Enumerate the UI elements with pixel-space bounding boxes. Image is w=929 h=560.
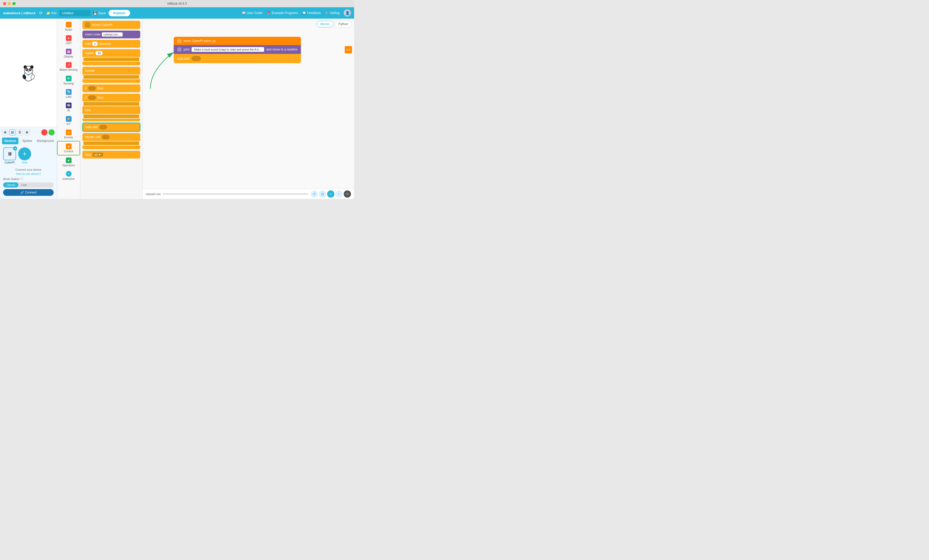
devices-list: 🖥 ✕ CyberPi + Add [2,146,55,165]
panel-tabs: Devices Sprites Background [2,138,55,144]
cat-control[interactable]: ● Control [57,141,80,155]
tab-devices[interactable]: Devices [2,138,18,144]
cat-audio[interactable]: ♪ Audio [57,20,80,33]
led-icon: ● [66,35,72,41]
cat-iot[interactable]: ⚡ IoT [57,114,80,127]
mode-switch-info-icon[interactable]: ⓘ [20,177,23,181]
cat-lan[interactable]: 📡 LAN [57,87,80,101]
events-icon: ⚡ [66,130,72,135]
tab-background[interactable]: Background [36,138,55,144]
panel-actions [41,129,55,135]
setting-link[interactable]: ⚙️ Setting [325,11,340,15]
live-mode-btn[interactable]: Live [18,182,30,188]
navbar-right: 📖 User Guide 📚 Example Programs 💬 Feedba… [242,9,351,17]
zoom-equals-btn[interactable]: = [344,190,351,197]
view-buttons: ⊞ ⊟ ☰ ⊞ [2,129,30,135]
block-repeat-until[interactable]: repeat until ↩ [83,133,140,149]
cat-display[interactable]: ▦ Display [57,47,80,60]
code-area: Blocks Python </> when CyberPi starts up… [143,18,354,199]
cat-operators[interactable]: ● Operators [57,155,80,169]
cyberpi-device: 🖥 ✕ CyberPi [3,147,16,164]
maximize-button[interactable] [12,2,15,5]
stop-button[interactable] [41,129,48,135]
cat-events[interactable]: ⚡ Events [57,127,80,141]
zoom-reset-btn[interactable]: ↺ [311,190,318,197]
refresh-icon[interactable]: ⟳ [38,10,44,16]
zoom-out-btn[interactable]: − [336,190,343,197]
connect-device-btn[interactable]: 🔗 Connect [3,189,54,196]
cat-ai[interactable]: 🧠 AI [57,101,80,114]
wait-until-condition [192,56,201,61]
block-palette: restart CyberPi insert code cyberpi.cons… [80,18,143,199]
code-tabs: Blocks Python [316,21,352,28]
how-to-link[interactable]: How to use device? [3,172,54,175]
block-wait-until[interactable]: wait until [83,123,140,132]
panda-sprite [18,63,39,83]
canvas-wait-until-block[interactable]: wait until [174,54,301,63]
example-programs-link[interactable]: 📚 Example Programs [267,11,298,15]
blocks-tab[interactable]: Blocks [316,21,333,28]
upload-mode-btn[interactable]: Upload [3,182,18,188]
connect-section: Connect your device How to use device? M… [2,167,55,197]
tab-sprites[interactable]: Sprites [19,138,35,144]
cat-motion[interactable]: ↗ Motion Sensing [57,60,80,73]
print-notch-icon [177,47,181,52]
device-close-btn[interactable]: ✕ [13,146,17,150]
ai-icon: 🧠 [66,103,72,108]
zoom-fit-btn[interactable]: ⊟ [319,190,326,197]
block-insert-code[interactable]: insert code cyberpi.console.print("hello… [83,31,140,38]
block-repeat[interactable]: repeat 10 ↩ [83,49,140,65]
connect-info-text: Connect your device [3,168,54,171]
block-if-else[interactable]: if then else [83,94,140,121]
arrow-path [150,52,174,89]
grid-view-btn[interactable]: ⊟ [9,129,15,135]
block-categories: ♪ Audio ● LED ▦ Display ↗ Motion Sensing… [57,18,80,199]
canvas-block-group-1: when CyberPi starts up print Make a loud… [174,37,301,63]
motion-icon: ↗ [66,62,72,68]
zoom-in-btn[interactable]: + [327,190,334,197]
restart-notch [85,22,90,28]
event-label: when CyberPi starts up [184,39,216,43]
add-device-item: + Add [18,147,31,164]
file-menu[interactable]: 📁 File [46,11,57,15]
cat-sensing[interactable]: 👁 Sensing [57,73,80,87]
block-forever[interactable]: forever ↩ [83,67,140,83]
add-device-btn[interactable]: + [18,147,31,160]
svg-point-3 [30,65,34,69]
event-icon [177,39,181,43]
save-button[interactable]: 💾 Save [93,11,106,15]
canvas-event-block[interactable]: when CyberPi starts up [174,37,301,45]
insert-code-label: insert code [85,33,100,36]
expand-view-btn[interactable]: ⊞ [2,129,8,135]
close-button[interactable] [3,2,6,5]
user-guide-link[interactable]: 📖 User Guide [242,11,262,15]
minimize-button[interactable] [8,2,11,5]
block-restart[interactable]: restart CyberPi [83,21,140,29]
publish-button[interactable]: Publish [109,10,130,16]
sensing-icon: 👁 [66,76,72,81]
python-tab[interactable]: Python [335,21,352,28]
wait-value: 1 [92,42,98,46]
tile-view-btn[interactable]: ⊞ [24,129,30,135]
stop-dropdown[interactable]: all ▼ [92,153,103,157]
device-icon: 🖥 [7,151,12,157]
blocks-canvas: when CyberPi starts up print Make a loud… [143,29,354,188]
svg-point-8 [27,69,27,70]
list-view-btn[interactable]: ☰ [17,129,23,135]
lan-icon: 📡 [66,89,72,95]
svg-point-10 [28,71,29,72]
cat-extension[interactable]: + extension [57,169,80,182]
block-stop[interactable]: stop all ▼ [83,151,140,159]
add-label: Add [22,161,27,164]
block-if-then[interactable]: if then [83,84,140,92]
iot-icon: ⚡ [66,116,72,122]
avatar[interactable]: 👤 [344,9,351,17]
project-name-input[interactable] [59,10,90,16]
cat-led[interactable]: ● LED [57,33,80,47]
canvas-print-block[interactable]: print Make a loud sound (clap) to start … [174,45,301,54]
run-button[interactable] [49,129,55,135]
block-wait[interactable]: wait 1 seconds [83,40,140,47]
canvas-scrollbar[interactable] [163,193,308,195]
operators-icon: ● [66,158,72,163]
feedback-link[interactable]: 💬 Feedback [302,11,321,15]
